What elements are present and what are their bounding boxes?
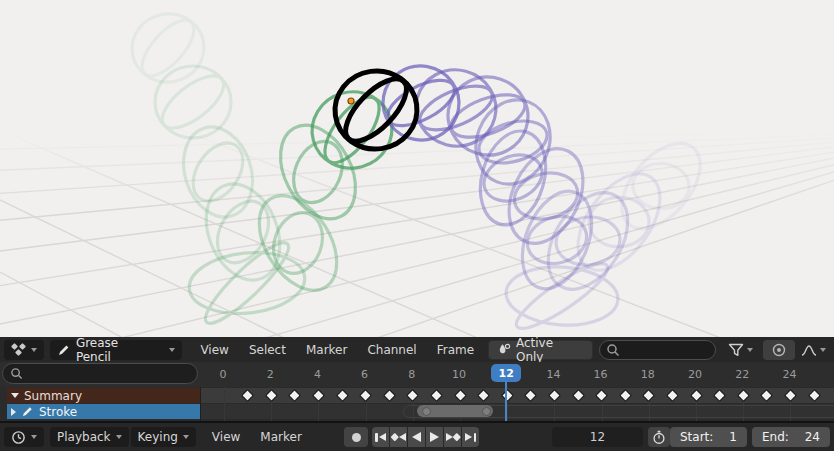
playback-dropdown[interactable]: Playback [50,427,129,447]
frame-start-field[interactable]: Start: 1 [670,427,747,447]
transport-controls [372,427,479,447]
mode-dropdown[interactable]: Grease Pencil [50,340,182,360]
frame-label-16: 16 [594,362,608,387]
viewport-canvas [0,0,834,337]
jump-to-start-button[interactable] [372,427,389,447]
pencil-icon [57,343,71,357]
current-frame-value: 12 [590,430,605,444]
channel-label: Stroke [39,405,77,419]
next-keyframe-icon [446,433,453,441]
menu-frame[interactable]: Frame [427,340,484,360]
menu-select[interactable]: Select [239,340,296,360]
chevron-down-icon [116,435,122,439]
search-input[interactable] [624,342,708,357]
channel-summary[interactable]: Summary [7,388,200,403]
previous-keyframe-button[interactable] [390,427,407,447]
keyframe-area[interactable] [200,387,834,421]
editor-type-button[interactable] [4,340,44,360]
frame-label-8: 8 [408,362,415,387]
falloff-curve-icon [801,343,817,357]
frame-gridline [224,387,225,421]
start-label: Start: [680,430,713,444]
frame-label-10: 10 [452,362,466,387]
frame-label-20: 20 [688,362,702,387]
channel-stroke[interactable]: Stroke [7,404,200,419]
active-only-label: Active Only [516,336,584,364]
stroke-origin-dot [348,98,354,104]
keying-dropdown[interactable]: Keying [131,427,196,447]
falloff-dropdown[interactable] [797,340,830,360]
frame-label-22: 22 [735,362,749,387]
jump-to-end-icon [474,433,477,442]
frame-label-14: 14 [546,362,560,387]
current-frame-indicator[interactable]: 12 [491,364,521,382]
timeline-editor-type-button[interactable] [4,427,44,447]
playhead[interactable] [505,381,507,421]
jump-to-end-button[interactable] [462,427,479,447]
collapse-icon[interactable] [11,408,16,416]
frame-label-18: 18 [641,362,655,387]
end-label: End: [762,430,789,444]
record-icon [352,433,361,442]
scrollbar-zoom-handle-right[interactable] [482,407,491,416]
chevron-down-icon [31,348,37,352]
frame-label-0: 0 [220,362,227,387]
timeline-menubar: ViewMarker [202,427,312,447]
play-button[interactable] [426,427,443,447]
menu-channel[interactable]: Channel [357,340,426,360]
channel-search-input[interactable] [27,366,181,381]
filter-dropdown[interactable] [724,340,757,360]
menu-marker[interactable]: Marker [296,340,357,360]
proportional-editing-toggle[interactable] [763,340,795,360]
search-field[interactable] [599,340,716,360]
search-icon [606,343,620,357]
timeline-ruler[interactable]: 0246810141618202224 12 [0,362,834,387]
blender-window: Grease Pencil ViewSelectMarkerChannelFra… [0,0,834,451]
channel-label: Summary [24,389,82,403]
ghost-icon [497,343,511,356]
stopwatch-icon [652,430,666,445]
scrollbar-zoom-handle-left[interactable] [422,407,431,416]
chevron-down-icon [169,348,175,352]
jump-to-start-icon [375,433,378,442]
frame-label-4: 4 [314,362,321,387]
playback-label: Playback [57,430,111,444]
jump-to-start-icon [379,433,386,441]
dope-sheet-menubar: ViewSelectMarkerChannelFrame [190,340,484,360]
timeline-menu-marker[interactable]: Marker [250,427,311,447]
frame-end-field[interactable]: End: 24 [752,427,830,447]
filter-funnel-icon [728,343,744,357]
next-keyframe-button[interactable] [444,427,461,447]
keying-label: Keying [138,430,178,444]
chevron-down-icon [31,435,37,439]
chevron-down-icon [183,435,189,439]
play-reverse-button[interactable] [408,427,425,447]
play-reverse-icon [412,432,421,442]
next-keyframe-icon [453,433,461,441]
proportional-editing-icon [771,342,787,358]
previous-keyframe-icon [399,433,406,441]
dope-sheet-icon [11,343,26,356]
timeline-menu-view[interactable]: View [202,427,250,447]
3d-viewport[interactable] [0,0,834,338]
frame-label-24: 24 [782,362,796,387]
chevron-down-icon [747,348,753,352]
jump-to-end-icon [465,433,472,441]
timeline-header: Playback Keying ViewMarker 12 Start: 1 E… [0,423,834,451]
channel-search-field[interactable] [2,363,198,384]
play-icon [430,432,439,442]
frame-label-6: 6 [361,362,368,387]
expand-icon[interactable] [11,393,19,398]
dope-sheet-header: Grease Pencil ViewSelectMarkerChannelFra… [0,337,834,362]
active-only-toggle[interactable]: Active Only [488,340,593,360]
use-preview-range-button[interactable] [648,427,670,447]
auto-keying-record-button[interactable] [344,427,368,447]
menu-view[interactable]: View [190,340,238,360]
current-frame-field[interactable]: 12 [552,427,643,447]
chevron-down-icon [820,348,826,352]
frame-label-2: 2 [267,362,274,387]
clock-icon [11,430,26,445]
mode-label: Grease Pencil [76,336,157,364]
end-value: 24 [805,430,820,444]
dope-sheet-body: Summary Stroke [0,387,834,421]
